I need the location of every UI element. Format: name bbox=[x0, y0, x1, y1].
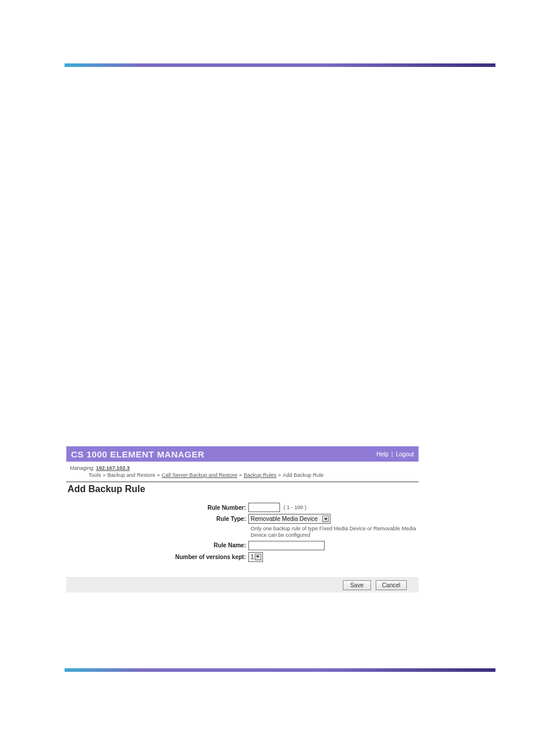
logout-link[interactable]: Logout bbox=[396, 451, 414, 457]
header-divider: | bbox=[392, 451, 393, 457]
label-versions: Number of versions kept: bbox=[66, 554, 248, 560]
versions-selected: 1 bbox=[251, 554, 254, 560]
help-link[interactable]: Help bbox=[376, 451, 389, 457]
rule-name-input[interactable] bbox=[248, 541, 325, 550]
section-title-wrap: Add Backup Rule bbox=[66, 482, 419, 494]
managing-row: Managing: 192.167.102.3 bbox=[66, 462, 419, 472]
breadcrumb-item-backup-restore: Backup and Restore bbox=[107, 472, 156, 478]
save-button[interactable]: Save bbox=[343, 580, 371, 590]
breadcrumb: Tools » Backup and Restore » Call Server… bbox=[66, 472, 419, 482]
app-titlebar: CS 1000 ELEMENT MANAGER Help | Logout bbox=[66, 446, 419, 462]
row-versions: Number of versions kept: 1 bbox=[66, 552, 419, 562]
breadcrumb-sep: » bbox=[278, 472, 281, 478]
bottom-divider bbox=[65, 668, 495, 672]
managing-label: Managing: bbox=[70, 465, 95, 471]
row-rule-name: Rule Name: bbox=[66, 541, 419, 550]
breadcrumb-item-add-rule: Add Backup Rule bbox=[283, 472, 324, 478]
breadcrumb-sep: » bbox=[239, 472, 242, 478]
element-manager-screenshot: CS 1000 ELEMENT MANAGER Help | Logout Ma… bbox=[66, 446, 419, 593]
header-links: Help | Logout bbox=[376, 451, 414, 457]
breadcrumb-sep: » bbox=[103, 472, 106, 478]
rule-number-input[interactable] bbox=[248, 503, 280, 512]
label-rule-type: Rule Type: bbox=[66, 516, 248, 522]
breadcrumb-sep: » bbox=[157, 472, 160, 478]
page-title: Add Backup Rule bbox=[66, 484, 419, 494]
versions-select[interactable]: 1 bbox=[248, 552, 263, 562]
button-bar: Save Cancel bbox=[66, 577, 419, 593]
rule-type-select[interactable]: Removable Media Device bbox=[248, 514, 330, 524]
app-title: CS 1000 ELEMENT MANAGER bbox=[71, 449, 204, 459]
chevron-down-icon bbox=[255, 554, 261, 560]
label-rule-name: Rule Name: bbox=[66, 542, 248, 549]
breadcrumb-item-backup-rules[interactable]: Backup Rules bbox=[244, 472, 276, 478]
row-rule-number: Rule Number: ( 1 - 100 ) bbox=[66, 503, 419, 512]
top-divider bbox=[65, 63, 495, 67]
breadcrumb-item-call-server[interactable]: Call Server Backup and Restore bbox=[162, 472, 238, 478]
breadcrumb-item-tools: Tools bbox=[89, 472, 101, 478]
rule-type-hint: Only one backup rule of type Fixed Media… bbox=[66, 526, 419, 539]
rule-type-selected: Removable Media Device bbox=[251, 516, 318, 522]
rule-number-range: ( 1 - 100 ) bbox=[284, 504, 306, 510]
backup-rule-form: Rule Number: ( 1 - 100 ) Rule Type: Remo… bbox=[66, 503, 419, 562]
cancel-button[interactable]: Cancel bbox=[376, 580, 407, 590]
chevron-down-icon bbox=[322, 516, 329, 522]
label-rule-number: Rule Number: bbox=[66, 504, 248, 511]
managing-ip-link[interactable]: 192.167.102.3 bbox=[96, 465, 130, 471]
page: CS 1000 ELEMENT MANAGER Help | Logout Ma… bbox=[0, 0, 560, 747]
row-rule-type: Rule Type: Removable Media Device bbox=[66, 514, 419, 524]
